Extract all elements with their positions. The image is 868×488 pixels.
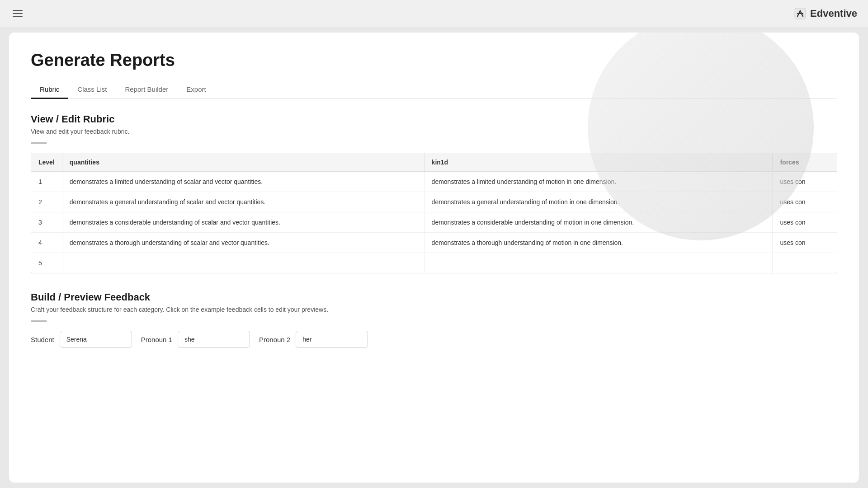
build-section-desc: Craft your feedback structure for each c… xyxy=(31,306,837,313)
table-header-row: Level quantities kin1d forces xyxy=(31,153,837,172)
rubric-divider xyxy=(31,142,47,144)
logo-icon xyxy=(794,7,807,20)
cell-level-5: 5 xyxy=(31,253,62,273)
cell-level-4: 4 xyxy=(31,233,62,253)
tab-export[interactable]: Export xyxy=(177,81,215,99)
student-label: Student xyxy=(31,336,54,343)
pronoun1-group: Pronoun 1 xyxy=(141,331,250,348)
table-row: 3 demonstrates a considerable understand… xyxy=(31,212,837,233)
main-content: Generate Reports Rubric Class List Repor… xyxy=(9,33,859,483)
cell-forces-1: uses con xyxy=(773,172,837,192)
page-title: Generate Reports xyxy=(31,51,837,70)
table-row: 1 demonstrates a limited understanding o… xyxy=(31,172,837,192)
rubric-table-wrapper[interactable]: Level quantities kin1d forces 1 demonstr… xyxy=(31,153,837,273)
col-header-quantities: quantities xyxy=(62,153,424,172)
tab-report-builder[interactable]: Report Builder xyxy=(116,81,177,99)
build-section-title: Build / Preview Feedback xyxy=(31,291,837,303)
tab-class-list[interactable]: Class List xyxy=(68,81,116,99)
build-divider xyxy=(31,320,47,322)
cell-level-1: 1 xyxy=(31,172,62,192)
tabs-container: Rubric Class List Report Builder Export xyxy=(31,81,837,99)
hamburger-menu[interactable] xyxy=(11,8,24,19)
pronoun2-input[interactable] xyxy=(296,331,368,348)
cell-kin1d-4: demonstrates a thorough understanding of… xyxy=(424,233,773,253)
pronoun1-input[interactable] xyxy=(178,331,250,348)
rubric-table: Level quantities kin1d forces 1 demonstr… xyxy=(31,153,837,273)
cell-kin1d-3: demonstrates a considerable understandin… xyxy=(424,212,773,233)
col-header-level: Level xyxy=(31,153,62,172)
rubric-section: View / Edit Rubric View and edit your fe… xyxy=(31,113,837,273)
cell-forces-4: uses con xyxy=(773,233,837,253)
pronoun1-label: Pronoun 1 xyxy=(141,336,172,343)
logo-text: Edventive xyxy=(810,8,857,19)
pronoun2-group: Pronoun 2 xyxy=(259,331,368,348)
cell-forces-3: uses con xyxy=(773,212,837,233)
student-group: Student xyxy=(31,331,132,348)
student-input[interactable] xyxy=(60,331,132,348)
rubric-section-title: View / Edit Rubric xyxy=(31,113,837,125)
table-row: 5 xyxy=(31,253,837,273)
cell-quantities-2: demonstrates a general understanding of … xyxy=(62,192,424,212)
rubric-section-desc: View and edit your feedback rubric. xyxy=(31,128,837,135)
cell-kin1d-1: demonstrates a limited understanding of … xyxy=(424,172,773,192)
logo: Edventive xyxy=(794,7,857,20)
cell-forces-5 xyxy=(773,253,837,273)
table-row: 4 demonstrates a thorough understanding … xyxy=(31,233,837,253)
col-header-forces: forces xyxy=(773,153,837,172)
cell-quantities-1: demonstrates a limited understanding of … xyxy=(62,172,424,192)
cell-level-2: 2 xyxy=(31,192,62,212)
pronoun2-label: Pronoun 2 xyxy=(259,336,290,343)
tab-rubric[interactable]: Rubric xyxy=(31,81,68,99)
cell-quantities-3: demonstrates a considerable understandin… xyxy=(62,212,424,233)
top-bar: Edventive xyxy=(0,0,868,27)
table-row: 2 demonstrates a general understanding o… xyxy=(31,192,837,212)
cell-quantities-4: demonstrates a thorough understanding of… xyxy=(62,233,424,253)
cell-kin1d-5 xyxy=(424,253,773,273)
cell-level-3: 3 xyxy=(31,212,62,233)
cell-quantities-5 xyxy=(62,253,424,273)
build-section: Build / Preview Feedback Craft your feed… xyxy=(31,291,837,348)
feedback-form: Student Pronoun 1 Pronoun 2 xyxy=(31,331,837,348)
cell-forces-2: uses con xyxy=(773,192,837,212)
cell-kin1d-2: demonstrates a general understanding of … xyxy=(424,192,773,212)
col-header-kin1d: kin1d xyxy=(424,153,773,172)
